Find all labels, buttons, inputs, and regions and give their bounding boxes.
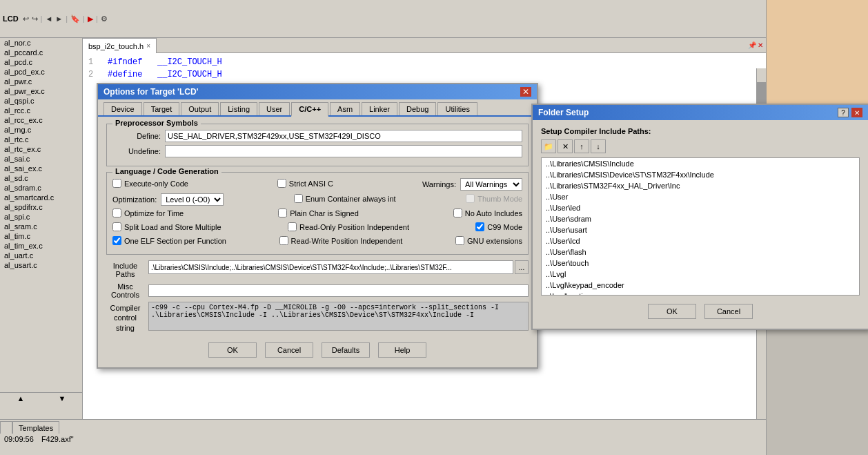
settings-icon[interactable]: ⚙ [101,14,108,23]
execute-only-checkbox[interactable] [112,179,121,188]
options-help-button[interactable]: Help [378,342,426,358]
split-load-checkbox[interactable] [112,222,121,231]
file-al_rcc[interactable]: al_rcc.c [0,106,82,115]
include-browse-button[interactable]: ... [515,260,529,274]
options-defaults-button[interactable]: Defaults [322,342,370,358]
file-al_tim[interactable]: al_tim.c [0,231,82,241]
tab-target[interactable]: Target [144,102,180,115]
file-al_pwr_ex[interactable]: al_pwr_ex.c [0,86,82,96]
folder-path-item-10[interactable]: ..\Lvgl [542,269,859,280]
file-al_sram[interactable]: al_sram.c [0,222,82,231]
file-al_rng[interactable]: al_rng.c [0,125,82,135]
undo-icon[interactable]: ↩ [23,14,29,23]
file-al_usart[interactable]: al_usart.c [0,260,82,270]
file-al_smartcard[interactable]: al_smartcard.c [0,193,82,202]
no-auto-includes-checkbox[interactable] [453,209,462,217]
tab-listing[interactable]: Listing [220,102,257,115]
undefine-input[interactable] [165,145,522,157]
thumb-mode-checkbox[interactable] [466,194,475,203]
file-al_pcd[interactable]: al_pcd.c [0,57,82,67]
folder-path-item-9[interactable]: ..\User\touch [542,258,859,269]
build-icon[interactable]: ▶ [88,14,93,23]
folder-path-item-1[interactable]: ..\Libraries\CMSIS\Device\ST\STM32F4xx\I… [542,169,859,180]
folder-path-item-8[interactable]: ..\User\flash [542,246,859,258]
read-only-checkbox[interactable] [288,222,297,231]
optimize-select[interactable]: Level 0 (-O0) Level 1 (-O1) Level 2 (-O2… [161,193,224,206]
tab-linker[interactable]: Linker [362,102,397,115]
editor-pin-icon[interactable]: 📌 [748,41,756,49]
file-al_sai[interactable]: al_sai.c [0,154,82,164]
file-al_sai_ex[interactable]: al_sai_ex.c [0,164,82,173]
file-al_spdifrx[interactable]: al_spdifrx.c [0,202,82,212]
folder-path-item-11[interactable]: ..\Lvgl\keypad_encoder [542,280,859,291]
file-al_spi[interactable]: al_spi.c [0,212,82,222]
plain-char-checkbox[interactable] [278,209,287,217]
file-al_uart[interactable]: al_uart.c [0,251,82,260]
scroll-up-icon[interactable]: ▲ [17,394,25,403]
folder-path-list[interactable]: ..\Libraries\CMSIS\Include ..\Libraries\… [541,157,860,296]
file-al_pcd_ex[interactable]: al_pcd_ex.c [0,67,82,77]
nav-back-icon[interactable]: ◄ [45,14,52,23]
folder-ok-button[interactable]: OK [648,304,696,319]
file-al_qspi[interactable]: al_qspi.c [0,96,82,106]
folder-path-item-6[interactable]: ..\User\usart [542,224,859,235]
file-al_sd[interactable]: al_sd.c [0,173,82,183]
tab-output[interactable]: Output [181,102,219,115]
folder-path-item-0[interactable]: ..\Libraries\CMSIS\Include [542,158,859,169]
strict-ansi-checkbox[interactable] [277,179,286,188]
folder-path-item-2[interactable]: ..\Libraries\STM32F4xx_HAL_Driver\Inc [542,180,859,191]
c99-checkbox[interactable] [475,222,484,231]
folder-path-item-3[interactable]: ..\User [542,191,859,202]
folder-down-button[interactable]: ↓ [591,139,606,153]
bottom-tab-templates[interactable]: Templates [12,421,59,434]
tab-debug[interactable]: Debug [399,102,436,115]
editor-close-icon[interactable]: ✕ [758,41,763,49]
redo-icon[interactable]: ↪ [32,14,38,23]
folder-path-item-7[interactable]: ..\User\lcd [542,235,859,246]
folder-path-item-5[interactable]: ..\User\sdram [542,213,859,224]
folder-cancel-button[interactable]: Cancel [704,304,753,319]
bottom-tab-empty[interactable] [0,421,12,434]
bookmark-icon[interactable]: 🔖 [70,14,80,23]
tab-utilities[interactable]: Utilities [437,102,477,115]
file-al_nor[interactable]: al_nor.c [0,38,82,48]
folder-delete-button[interactable]: ✕ [558,139,573,153]
scroll-down-icon[interactable]: ▼ [59,394,66,403]
tab-device[interactable]: Device [103,102,142,115]
options-ok-button[interactable]: OK [208,342,257,358]
folder-help-button[interactable]: ? [838,108,849,117]
file-al_rtc_ex[interactable]: al_rtc_ex.c [0,144,82,154]
tab-bsp_i2c_touch[interactable]: bsp_i2c_touch.h × [83,38,157,53]
enum-container-checkbox[interactable] [294,194,303,203]
file-al_sdram[interactable]: al_sdram.c [0,183,82,193]
file-al_pwr[interactable]: al_pwr.c [0,77,82,86]
optimize-time-checkbox[interactable] [112,209,121,217]
include-paths-input[interactable] [148,260,513,274]
folder-new-button[interactable]: 📁 [541,139,556,153]
one-elf-checkbox[interactable] [112,236,121,245]
options-dialog-close-button[interactable]: ✕ [520,87,531,97]
misc-controls-input[interactable] [148,284,529,297]
tab-asm[interactable]: Asm [330,102,360,115]
tab-user[interactable]: User [259,102,290,115]
nav-fwd-icon[interactable]: ► [55,14,63,23]
file-al_rcc_ex[interactable]: al_rcc_ex.c [0,115,82,125]
tab-cxx[interactable]: C/C++ [291,102,328,117]
gnu-ext-checkbox[interactable] [455,236,464,245]
warnings-select[interactable]: All Warnings No Warnings [460,178,522,191]
file-al_rtc[interactable]: al_rtc.c [0,135,82,144]
folder-close-button[interactable]: ✕ [851,108,862,117]
file-al_pccard[interactable]: al_pccard.c [0,48,82,57]
undefine-row: Undefine: [112,145,522,157]
compiler-control-textarea[interactable]: -c99 -c --cpu Cortex-M4.fp -D __MICROLIB… [148,302,529,331]
folder-up-button[interactable]: ↑ [574,139,589,153]
folder-path-item-12[interactable]: ..\Lvgl\porting [542,291,859,296]
tab-close-icon[interactable]: × [146,42,150,50]
options-cancel-button[interactable]: Cancel [265,342,313,358]
file-al_tim_ex[interactable]: al_tim_ex.c [0,241,82,251]
options-dialog-buttons: OK Cancel Defaults Help [106,337,529,360]
bottom-content: 09:09:56 F429.axf" [0,434,766,445]
define-input[interactable] [165,130,522,142]
folder-path-item-4[interactable]: ..\User\led [542,202,859,213]
read-write-checkbox[interactable] [279,236,288,245]
